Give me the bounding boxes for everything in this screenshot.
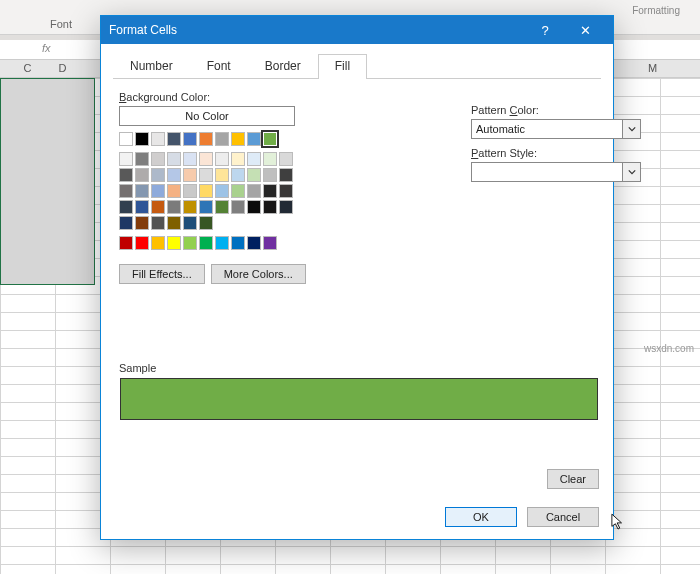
dialog-title: Format Cells — [109, 23, 525, 37]
close-button[interactable]: ✕ — [565, 23, 605, 38]
color-swatch[interactable] — [183, 132, 197, 146]
color-swatch[interactable] — [199, 184, 213, 198]
tab-font[interactable]: Font — [190, 54, 248, 79]
fill-effects-button[interactable]: Fill Effects... — [119, 264, 205, 284]
pattern-color-combo[interactable]: Automatic — [471, 119, 641, 139]
color-swatch[interactable] — [135, 168, 149, 182]
color-swatch[interactable] — [151, 132, 165, 146]
color-swatch[interactable] — [167, 184, 181, 198]
color-swatch[interactable] — [199, 132, 213, 146]
color-swatch[interactable] — [183, 236, 197, 250]
color-swatch[interactable] — [167, 132, 181, 146]
color-swatch[interactable] — [199, 200, 213, 214]
color-swatch[interactable] — [263, 200, 277, 214]
chevron-down-icon[interactable] — [622, 163, 640, 181]
color-swatch[interactable] — [215, 184, 229, 198]
color-swatch[interactable] — [167, 236, 181, 250]
color-swatch[interactable] — [119, 152, 133, 166]
sample-preview — [120, 378, 598, 420]
clear-button[interactable]: Clear — [547, 469, 599, 489]
color-swatch[interactable] — [135, 236, 149, 250]
ok-button[interactable]: OK — [445, 507, 517, 527]
color-swatch[interactable] — [215, 152, 229, 166]
col-header[interactable]: D — [35, 62, 90, 74]
color-swatch[interactable] — [151, 200, 165, 214]
color-swatch[interactable] — [135, 152, 149, 166]
color-swatch[interactable] — [151, 216, 165, 230]
color-swatch[interactable] — [119, 200, 133, 214]
color-swatch[interactable] — [119, 216, 133, 230]
color-swatch[interactable] — [135, 216, 149, 230]
tab-fill[interactable]: Fill — [318, 54, 367, 79]
tab-border[interactable]: Border — [248, 54, 318, 79]
color-swatch[interactable] — [231, 200, 245, 214]
color-swatch[interactable] — [231, 236, 245, 250]
color-swatch[interactable] — [263, 152, 277, 166]
color-swatch[interactable] — [135, 200, 149, 214]
color-swatch[interactable] — [119, 132, 133, 146]
color-swatch[interactable] — [215, 236, 229, 250]
color-swatch[interactable] — [183, 168, 197, 182]
color-swatch[interactable] — [183, 184, 197, 198]
pattern-style-label: Pattern Style: — [471, 147, 646, 159]
color-swatch[interactable] — [231, 168, 245, 182]
pattern-color-value: Automatic — [472, 123, 622, 135]
color-swatch[interactable] — [119, 236, 133, 250]
color-swatch[interactable] — [167, 216, 181, 230]
fx-label: fx — [42, 42, 51, 54]
color-swatch[interactable] — [151, 152, 165, 166]
color-swatch[interactable] — [183, 200, 197, 214]
color-swatch[interactable] — [199, 152, 213, 166]
color-swatch[interactable] — [247, 200, 261, 214]
titlebar: Format Cells ? ✕ — [101, 16, 613, 44]
color-swatch[interactable] — [199, 236, 213, 250]
color-swatch[interactable] — [231, 152, 245, 166]
color-swatch[interactable] — [183, 216, 197, 230]
color-swatch[interactable] — [247, 132, 261, 146]
color-swatch[interactable] — [279, 184, 293, 198]
color-swatch[interactable] — [151, 236, 165, 250]
color-swatch[interactable] — [215, 132, 229, 146]
color-swatch[interactable] — [263, 168, 277, 182]
color-swatch[interactable] — [247, 184, 261, 198]
tab-number[interactable]: Number — [113, 54, 190, 79]
color-swatch[interactable] — [263, 236, 277, 250]
help-button[interactable]: ? — [525, 23, 565, 38]
color-swatch[interactable] — [151, 184, 165, 198]
chevron-down-icon[interactable] — [622, 120, 640, 138]
col-header[interactable]: M — [625, 62, 680, 74]
color-swatch[interactable] — [279, 168, 293, 182]
color-swatch[interactable] — [215, 200, 229, 214]
color-swatch[interactable] — [167, 200, 181, 214]
color-swatch[interactable] — [279, 200, 293, 214]
ribbon-formatting[interactable]: Formatting — [632, 5, 680, 16]
background-color-label: Background Color: — [119, 91, 369, 103]
color-swatch[interactable] — [199, 216, 213, 230]
cancel-button[interactable]: Cancel — [527, 507, 599, 527]
color-swatch[interactable] — [263, 132, 277, 146]
color-swatch[interactable] — [263, 184, 277, 198]
col-header[interactable]: N — [680, 62, 700, 74]
color-swatch[interactable] — [247, 152, 261, 166]
color-swatch[interactable] — [231, 184, 245, 198]
tint-rows — [119, 152, 304, 230]
color-swatch[interactable] — [231, 132, 245, 146]
more-colors-button[interactable]: More Colors... — [211, 264, 306, 284]
color-swatch[interactable] — [151, 168, 165, 182]
color-swatch[interactable] — [135, 184, 149, 198]
color-swatch[interactable] — [215, 168, 229, 182]
pattern-style-combo[interactable] — [471, 162, 641, 182]
color-swatch[interactable] — [119, 168, 133, 182]
color-swatch[interactable] — [119, 184, 133, 198]
color-swatch[interactable] — [279, 152, 293, 166]
color-swatch[interactable] — [167, 152, 181, 166]
color-swatch[interactable] — [167, 168, 181, 182]
color-swatch[interactable] — [199, 168, 213, 182]
no-color-button[interactable]: No Color — [119, 106, 295, 126]
color-swatch[interactable] — [135, 132, 149, 146]
watermark: wsxdn.com — [644, 343, 694, 354]
color-swatch[interactable] — [247, 168, 261, 182]
selection-range[interactable] — [0, 78, 95, 285]
color-swatch[interactable] — [183, 152, 197, 166]
color-swatch[interactable] — [247, 236, 261, 250]
